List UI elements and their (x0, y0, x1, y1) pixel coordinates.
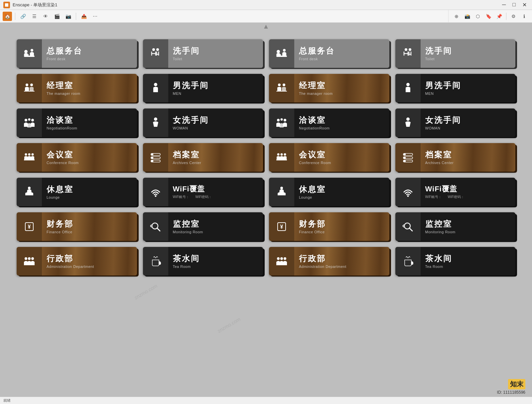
titlebar: Enscape - 单场景渲染1 ─ □ ✕ (0, 0, 532, 10)
cube-icon[interactable]: ⬡ (473, 12, 482, 21)
sign-icon-negotiation-1 (17, 108, 42, 137)
sign-icon-conference-1 (17, 143, 42, 172)
sign-card-women-toilet-2[interactable]: 女洗手间WOMAN (395, 108, 516, 137)
svg-point-70 (277, 257, 280, 260)
maximize-btn[interactable]: □ (510, 2, 518, 8)
signs-grid: 总服务台Front desk 洗手间Toilet 总服务台Front desk … (17, 39, 515, 276)
sign-body-negotiation-2: 洽谈室NegotiationRoom (294, 108, 389, 137)
sign-card-admin-2[interactable]: 行政部Administration Department (269, 247, 389, 276)
svg-rect-40 (151, 160, 153, 162)
sign-icon-toilet-1 (143, 39, 168, 68)
sign-body-admin-2: 行政部Administration Department (294, 247, 389, 276)
sign-en-finance-2: Finance Office (299, 230, 385, 234)
sign-card-archives-2[interactable]: 档案室Archives Center (395, 143, 516, 172)
sign-en-negotiation-1: NegotiationRoom (47, 126, 132, 130)
info-icon[interactable]: ℹ (519, 12, 529, 21)
sign-zh-manager-1: 经理室 (47, 81, 132, 91)
sign-card-front-desk-1[interactable]: 总服务台Front desk (17, 39, 137, 68)
sign-en-tearoom-2: Tea Room (425, 265, 511, 269)
sign-card-toilet-1[interactable]: 洗手间Toilet (143, 39, 263, 68)
sign-en-men-toilet-2: MEN (425, 92, 511, 96)
sign-body-wifi-2: WiFi覆盖WiFi账号：WiFi密码： (421, 178, 516, 206)
sign-card-toilet-3[interactable]: 洗手间Toilet (395, 39, 516, 68)
sign-card-lounge-2[interactable]: 休息室Lounge (269, 178, 389, 206)
sign-body-lounge-1: 休息室Lounge (42, 178, 137, 206)
pin-icon[interactable]: 📌 (494, 12, 504, 21)
sign-card-negotiation-1[interactable]: 洽谈室NegotiationRoom (17, 108, 137, 137)
sign-card-women-toilet-1[interactable]: 女洗手间WOMAN (143, 108, 263, 137)
camera-icon[interactable]: 🎬 (52, 12, 62, 21)
sign-card-tearoom-2[interactable]: 茶水间Tea Room (395, 247, 516, 276)
svg-point-68 (28, 257, 31, 260)
svg-rect-34 (24, 159, 35, 160)
svg-rect-48 (403, 157, 406, 159)
svg-rect-50 (403, 160, 406, 162)
settings-icon[interactable]: ⚙ (509, 12, 518, 21)
sign-card-men-toilet-2[interactable]: 男洗手间MEN (395, 74, 516, 102)
svg-point-26 (154, 117, 157, 121)
svg-point-53 (280, 187, 283, 189)
sign-icon-finance-1: ¥ (17, 212, 42, 241)
more-icon[interactable]: ⋯ (90, 12, 100, 21)
sign-card-lounge-1[interactable]: 休息室Lounge (17, 178, 137, 206)
sign-card-finance-1[interactable]: ¥ 财务部Finance Office (17, 212, 137, 241)
export-icon[interactable]: 📤 (79, 12, 88, 21)
sign-zh-negotiation-2: 洽谈室 (299, 115, 385, 125)
sign-card-conference-2[interactable]: 会议室Conference Room (269, 143, 389, 172)
sign-zh-lounge-2: 休息室 (299, 185, 385, 194)
sign-card-wifi-1[interactable]: WiFi覆盖WiFi账号：WiFi密码： (143, 178, 263, 206)
sign-body-front-desk-3: 总服务台Front desk (294, 39, 389, 68)
sign-en-finance-1: Finance Office (47, 230, 132, 234)
wifi-password-wifi-2: WiFi密码： (448, 195, 465, 199)
sign-icon-monitoring-2 (395, 212, 421, 241)
sign-card-monitoring-1[interactable]: 监控室Monitoring Room (143, 212, 263, 241)
sign-zh-men-toilet-2: 男洗手间 (425, 81, 511, 91)
sign-en-women-toilet-2: WOMAN (425, 126, 511, 130)
sign-icon-admin-1 (17, 247, 42, 276)
scroll-up-icon[interactable]: ▲ (263, 23, 269, 30)
sign-card-manager-1[interactable]: 经理室The manager room (17, 74, 137, 102)
sign-zh-manager-2: 经理室 (299, 81, 385, 91)
sign-icon-women-toilet-2 (395, 108, 421, 137)
sign-icon-women-toilet-1 (143, 108, 168, 137)
sign-icon-men-toilet-1 (143, 74, 168, 102)
bookmark-icon[interactable]: 🔖 (484, 12, 493, 21)
sign-card-wifi-2[interactable]: WiFi覆盖WiFi账号：WiFi密码： (395, 178, 516, 206)
svg-point-54 (407, 195, 409, 197)
sign-icon-manager-2 (269, 74, 294, 102)
svg-point-23 (25, 119, 27, 121)
video-icon[interactable]: 📷 (64, 12, 73, 21)
sign-card-admin-1[interactable]: 行政部Administration Department (17, 247, 137, 276)
sign-zh-women-toilet-1: 女洗手间 (173, 115, 259, 125)
sign-card-men-toilet-1[interactable]: 男洗手间MEN (143, 74, 263, 102)
product-id: ID: 1111185596 (497, 390, 525, 395)
screenshot-icon[interactable]: 📸 (463, 12, 472, 21)
svg-rect-38 (151, 157, 153, 159)
sign-card-manager-2[interactable]: 经理室The manager room (269, 74, 389, 102)
sign-card-conference-1[interactable]: 会议室Conference Room (17, 143, 137, 172)
layers-icon[interactable]: ☰ (30, 12, 39, 21)
svg-point-20 (283, 84, 285, 86)
home-icon[interactable]: 🏠 (3, 12, 12, 21)
sign-card-tearoom-1[interactable]: 茶水间Tea Room (143, 247, 263, 276)
svg-rect-11 (277, 53, 280, 54)
minimize-btn[interactable]: ─ (500, 2, 508, 8)
sign-card-negotiation-2[interactable]: 洽谈室NegotiationRoom (269, 108, 389, 137)
panorama-icon[interactable]: ⊕ (452, 12, 461, 21)
close-btn[interactable]: ✕ (520, 2, 529, 8)
svg-point-5 (31, 49, 33, 52)
sign-icon-lounge-2 (269, 178, 294, 206)
sign-card-monitoring-2[interactable]: 监控室Monitoring Room (395, 212, 516, 241)
sign-en-tearoom-1: Tea Room (173, 265, 259, 269)
sign-zh-conference-2: 会议室 (299, 150, 385, 160)
link-icon[interactable]: 🔗 (18, 12, 28, 21)
sign-card-archives-1[interactable]: 档案室Archives Center (143, 143, 263, 172)
sign-icon-finance-2: ¥ (269, 212, 294, 241)
sign-icon-tearoom-2 (395, 247, 421, 276)
sign-en-men-toilet-1: MEN (173, 92, 259, 96)
sign-icon-men-toilet-2 (395, 74, 421, 102)
window-controls[interactable]: ─ □ ✕ (500, 2, 529, 8)
sign-card-front-desk-3[interactable]: 总服务台Front desk (269, 39, 389, 68)
view3d-icon[interactable]: 👁 (41, 12, 50, 21)
sign-card-finance-2[interactable]: ¥ 财务部Finance Office (269, 212, 389, 241)
